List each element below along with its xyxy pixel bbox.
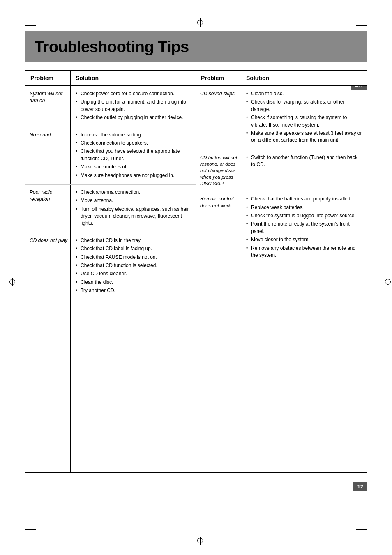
right-problem-header: Problem (196, 71, 241, 85)
corner-line-br-v (367, 529, 367, 541)
sol-item: Check that CD label is facing up. (76, 245, 191, 252)
sol-item: Check power cord for a secure connection… (76, 90, 191, 97)
corner-line-tl-h (25, 25, 36, 26)
left-rows: System will not turn on Check power cord… (25, 86, 196, 472)
sol-item: Replace weak batteries. (246, 204, 362, 211)
sol-list-1: Check power cord for a secure connection… (76, 90, 191, 122)
sol-list-4: Check that CD is in the tray. Check that… (76, 237, 191, 295)
sol-cell-2: Increase the volume setting. Check conne… (71, 127, 196, 184)
sol-item: Turn off nearby electrical appliances, s… (76, 206, 191, 227)
right-sol-cell-2: Switch to another function (Tuner) and t… (241, 150, 367, 191)
left-row-3: Poor radio reception Check antenna conne… (25, 185, 196, 233)
table-wrapper: Problem Solution System will not turn on… (25, 71, 367, 472)
sol-item: Check if something is causing the system… (246, 114, 362, 129)
right-body: CD sound skips Clean the disc. Check dis… (196, 86, 367, 472)
prob-cell-2: No sound (25, 127, 71, 184)
sol-list-2: Increase the volume setting. Check conne… (76, 131, 191, 179)
sol-item: Try another CD. (76, 287, 191, 294)
right-prob-cell-2: CD button will not respond, or does not … (196, 150, 241, 191)
right-sol-list-1: Clean the disc. Check disc for warping, … (246, 90, 362, 144)
prob-cell-1: System will not turn on (25, 86, 71, 127)
sol-item: Check antenna connection. (76, 189, 191, 196)
right-row-1: CD sound skips Clean the disc. Check dis… (196, 86, 367, 150)
left-body: System will not turn on Check power cord… (25, 86, 196, 472)
corner-line-br-h (356, 529, 367, 530)
page-number-box: 12 (353, 482, 367, 491)
corner-line-tr-v (367, 14, 367, 26)
sol-item: Clean the disc. (76, 279, 191, 286)
main-table: Problem Solution System will not turn on… (25, 70, 367, 473)
right-solution-header: Solution (241, 71, 367, 85)
sol-item: Make sure the speakers are at least 3 fe… (246, 130, 362, 144)
right-sol-list-3: Check that the batteries are properly in… (246, 196, 362, 259)
right-sol-cell-1: Clean the disc. Check disc for warping, … (241, 86, 367, 150)
page-title: Troubleshooting Tips (35, 38, 189, 55)
sol-item: Check disc for warping, scratches, or ot… (246, 99, 362, 113)
sol-item: Check that you have selected the appropr… (76, 148, 191, 162)
page-number-area: 12 (353, 482, 367, 491)
corner-line-bl-h (25, 529, 36, 530)
sol-cell-1: Check power cord for a secure connection… (71, 86, 196, 127)
sol-item: Use CD lens cleaner. (76, 270, 191, 277)
left-header-row: Problem Solution (25, 71, 196, 86)
corner-line-bl-v (25, 529, 25, 541)
sol-list-3: Check antenna connection. Move antenna. … (76, 189, 191, 227)
right-row-2: CD button will not respond, or does not … (196, 150, 367, 191)
sol-item: Unplug the unit for a moment, and then p… (76, 99, 191, 113)
left-solution-header: Solution (71, 71, 196, 85)
right-rows: CD sound skips Clean the disc. Check dis… (196, 86, 367, 472)
sol-item: Switch to another function (Tuner) and t… (246, 154, 362, 168)
right-prob-cell-3: Remote control does not work (196, 191, 241, 472)
right-sol-cell-3: Check that the batteries are properly in… (241, 191, 367, 472)
sol-item: Check the system is plugged into power s… (246, 212, 362, 219)
left-problem-header: Problem (25, 71, 71, 85)
corner-line-tr-h (356, 25, 367, 26)
sol-item: Check connection to speakers. (76, 140, 191, 147)
sol-cell-4: Check that CD is in the tray. Check that… (71, 233, 196, 472)
corner-line-tl-v (25, 14, 25, 26)
right-sol-list-2: Switch to another function (Tuner) and t… (246, 154, 362, 168)
prob-cell-4: CD does not play (25, 233, 71, 472)
right-header-row: Problem Solution (196, 71, 367, 86)
right-section: Problem Solution CD sound skips Clean th… (196, 71, 367, 472)
prob-cell-3: Poor radio reception (25, 185, 71, 233)
sol-item: Check that CD is in the tray. (76, 237, 191, 244)
sol-item: Point the remote directly at the system'… (246, 221, 362, 235)
sol-item: Move closer to the system. (246, 236, 362, 243)
left-row-1: System will not turn on Check power cord… (25, 86, 196, 127)
left-section: Problem Solution System will not turn on… (25, 71, 196, 472)
sol-item: Increase the volume setting. (76, 131, 191, 138)
sol-item: Clean the disc. (246, 90, 362, 97)
sol-item: Remove any obstacles between the remote … (246, 245, 362, 259)
left-row-2: No sound Increase the volume setting. Ch… (25, 127, 196, 185)
right-row-3: Remote control does not work Check that … (196, 191, 367, 472)
sol-item: Make sure headphones are not plugged in. (76, 172, 191, 179)
sol-item: Check that PAUSE mode is not on. (76, 254, 191, 261)
left-row-4: CD does not play Check that CD is in the… (25, 233, 196, 472)
sol-item: Check the outlet by plugging in another … (76, 114, 191, 121)
sol-item: Check that the batteries are properly in… (246, 196, 362, 203)
title-section: Troubleshooting Tips (25, 31, 367, 62)
sol-item: Move antenna. (76, 197, 191, 204)
sol-item: Check that CD function is selected. (76, 262, 191, 269)
sol-item: Make sure mute is off. (76, 164, 191, 170)
right-prob-cell-1: CD sound skips (196, 86, 241, 150)
sol-cell-3: Check antenna connection. Move antenna. … (71, 185, 196, 233)
